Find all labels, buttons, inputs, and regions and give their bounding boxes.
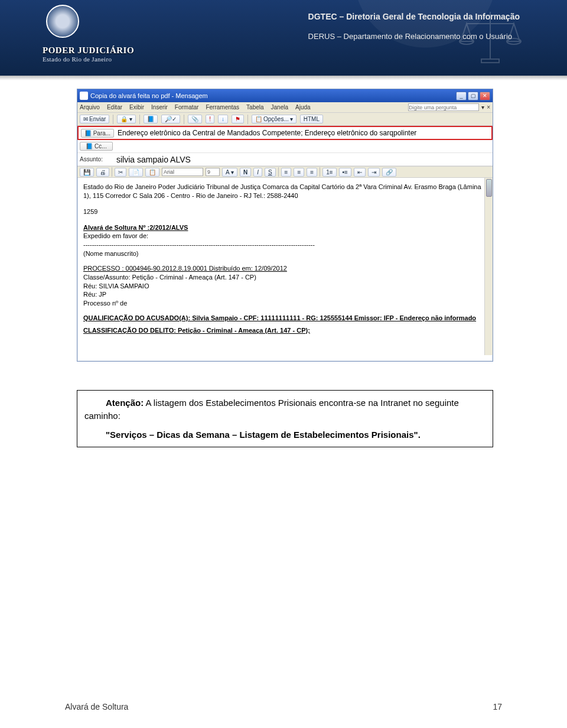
org-line1: PODER JUDICIÁRIO [43,46,134,56]
attention-line2: "Serviços – Dicas da Semana – Listagem d… [84,428,485,441]
footer-page-number: 17 [493,702,502,711]
app-icon [80,92,88,100]
menu-exibir[interactable]: Exibir [129,104,144,110]
close-icon[interactable]: × [487,104,490,110]
to-label-button[interactable]: 📘 Para... [81,129,114,138]
dropdown-icon[interactable]: ▾ [481,104,484,110]
menubar: Arquivo Editar Exibir Inserir Formatar F… [77,102,493,113]
cc-row: 📘 Cc... [77,140,493,153]
subject-value[interactable]: silvia sampaio ALVS [116,155,490,164]
scroll-thumb[interactable] [486,179,492,197]
menu-arquivo[interactable]: Arquivo [80,104,100,110]
message-header-fields: 📘 Para... Endereço eletrônico da Central… [77,126,493,166]
cut-icon[interactable]: ✂ [115,168,126,177]
body-classe: Classe/Assunto: Petição - Criminal - Ame… [83,273,487,282]
copy-icon[interactable]: 📄 [129,168,143,177]
cc-label-button[interactable]: 📘 Cc... [80,142,113,151]
vertical-scrollbar[interactable] [484,178,493,355]
attention-line1: Atenção: A listagem dos Estabelecimentos… [84,396,485,422]
window-titlebar[interactable]: Copia do alvará feita no pdf - Mensagem … [77,89,493,102]
org-line2: Estado do Rio de Janeiro [43,56,134,63]
bulleted-list-icon[interactable]: •≡ [339,168,351,177]
menu-ajuda[interactable]: Ajuda [295,104,311,110]
align-left-icon[interactable]: ≡ [281,168,292,177]
to-row: 📘 Para... Endereço eletrônico da Central… [77,126,493,140]
flag-button[interactable]: ⚑ [232,115,244,124]
attach-button[interactable]: 📎 [188,115,202,124]
check-names-button[interactable]: 🔎✓ [161,115,180,124]
window-title: Copia do alvará feita no pdf - Mensagem [90,92,208,99]
org-title: PODER JUDICIÁRIO Estado do Rio de Janeir… [43,46,134,63]
header-right: DGTEC – Diretoria Geral de Tecnologia da… [308,12,520,41]
body-dashes: ----------------------------------------… [83,240,487,249]
align-center-icon[interactable]: ≡ [294,168,304,177]
body-alvara-title: Alvará de Soltura Nº :2/2012/ALVS [83,223,487,232]
header-dept1: DGTEC – Diretoria Geral de Tecnologia da… [308,12,520,21]
numbered-list-icon[interactable]: 1≡ [322,168,336,177]
menu-ferramentas[interactable]: Ferramentas [206,104,239,110]
subject-label: Assunto: [80,156,113,162]
body-nome: (Nome manuscrito) [83,249,487,258]
align-right-icon[interactable]: ≡ [307,168,317,177]
format-toolbar: 💾 🖨 ✂ 📄 📋 Arial 9 A ▾ N I S ≡ ≡ ≡ 1≡ •≡ … [77,166,493,178]
print-icon[interactable]: 🖨 [96,168,109,177]
email-window: Copia do alvará feita no pdf - Mensagem … [77,89,493,362]
accounts-button[interactable]: 🔒 ▾ [117,115,136,124]
attention-box: Atenção: A listagem dos Estabelecimentos… [77,390,493,447]
footer-title: Alvará de Soltura [65,702,128,711]
options-button[interactable]: 📋 Opções... ▾ [252,115,296,124]
body-classif: CLASSIFICAÇÃO DO DELITO: Petição - Crimi… [83,326,487,335]
bold-button[interactable]: N [240,168,251,177]
insert-icon[interactable]: 🔗 [382,168,396,177]
save-icon[interactable]: 💾 [80,168,94,177]
importance-low-button[interactable]: ↓ [218,115,228,124]
body-expedido: Expedido em favor de: [83,232,487,240]
italic-button[interactable]: I [253,168,262,177]
menu-formatar[interactable]: Formatar [175,104,199,110]
coat-of-arms-icon [46,5,79,38]
menu-editar[interactable]: Editar [107,104,122,110]
body-org-line: Estado do Rio de Janeiro Poder Judiciári… [83,183,487,200]
menu-tabela[interactable]: Tabela [246,104,263,110]
address-book-button[interactable]: 📘 [144,115,158,124]
underline-button[interactable]: S [265,168,276,177]
toolbar: ✉ Enviar 🔒 ▾ 📘 🔎✓ 📎 ! ↓ ⚑ 📋 Opções... ▾ … [77,113,493,126]
body-procnum: Processo nº de [83,299,487,308]
menu-janela[interactable]: Janela [271,104,288,110]
outdent-icon[interactable]: ⇤ [354,168,366,177]
window-controls: _ ▢ ✕ [456,92,490,100]
maximize-button[interactable]: ▢ [468,92,478,100]
header-shadow [0,76,567,80]
body-num: 1259 [83,207,487,216]
header-dept2: DERUS – Departamento de Relacionamento c… [308,32,520,41]
subject-row: Assunto: silvia sampaio ALVS [77,153,493,166]
menu-inserir[interactable]: Inserir [151,104,168,110]
font-combo[interactable]: Arial [162,168,203,176]
send-button[interactable]: ✉ Enviar [80,115,109,124]
message-body[interactable]: Estado do Rio de Janeiro Poder Judiciári… [77,178,493,355]
body-processo: PROCESSO : 0004946-90.2012.8.19.0001 Dis… [83,264,487,273]
paste-icon[interactable]: 📋 [145,168,159,177]
font-color-icon[interactable]: A ▾ [222,168,237,177]
body-qualif: QUALIFICAÇÃO DO ACUSADO(A): Silvia Sampa… [83,314,487,323]
close-button[interactable]: ✕ [480,92,490,100]
importance-high-button[interactable]: ! [206,115,214,124]
page-footer: Alvará de Soltura 17 [65,702,502,711]
page-header: PODER JUDICIÁRIO Estado do Rio de Janeir… [0,0,567,77]
to-value[interactable]: Endereço eletrônico da Central de Mandad… [118,129,489,137]
indent-icon[interactable]: ⇥ [368,168,380,177]
format-html-button[interactable]: HTML [300,115,323,124]
ask-question-input[interactable] [408,103,479,111]
body-reu1: Réu: SILVIA SAMPAIO [83,282,487,291]
minimize-button[interactable]: _ [456,92,467,100]
svg-rect-4 [481,59,499,63]
font-size-combo[interactable]: 9 [206,168,220,176]
body-reu2: Réu: JP [83,290,487,299]
